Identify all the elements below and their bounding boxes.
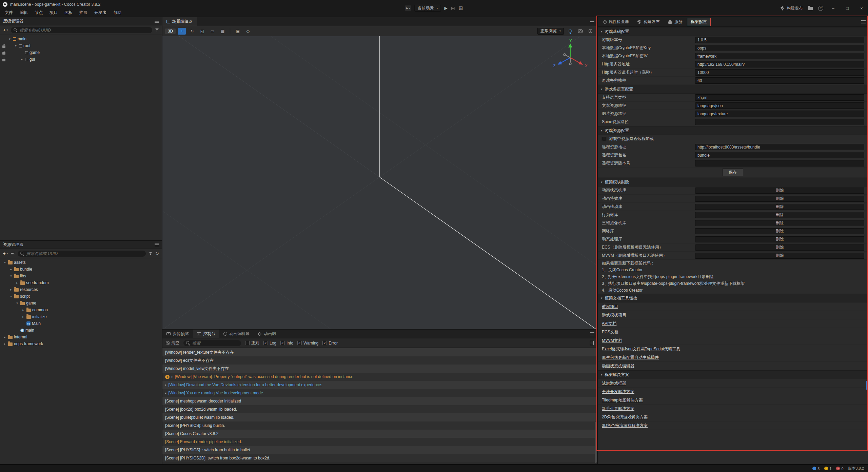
scene-settings-button[interactable]	[586, 28, 594, 35]
scene-camera-button[interactable]	[576, 28, 584, 35]
asset-node-row[interactable]: main	[0, 327, 162, 334]
hierarchy-search-input[interactable]	[20, 28, 150, 33]
tab-console[interactable]: 控制台	[193, 330, 219, 338]
section-header-modules[interactable]: ▾ 框架模块剔除	[598, 178, 868, 186]
filter-icon[interactable]	[149, 252, 153, 256]
move-tool-button[interactable]: +	[178, 28, 186, 35]
log-row[interactable]: ! [Scene] [bullet]:bullet wasm lib loade…	[162, 413, 597, 421]
hierarchy-node-row[interactable]: ▾ root	[0, 42, 162, 49]
tab-animation-graph[interactable]: 动画图	[254, 330, 280, 338]
field-input[interactable]	[695, 111, 864, 117]
export-log-icon[interactable]	[590, 341, 594, 345]
maximize-button[interactable]: □	[843, 6, 852, 11]
delete-module-button[interactable]: 删除	[695, 204, 864, 210]
asset-node-row[interactable]: ▾ game	[0, 300, 162, 307]
log-row[interactable]: ! [Window] ecs文件夹不存在	[162, 356, 597, 365]
asset-node-row[interactable]: ▸ initialize	[0, 313, 162, 320]
clear-console-button[interactable]: 清空	[166, 340, 179, 346]
lock-icon[interactable]	[2, 52, 5, 55]
tab-scene-editor[interactable]: 场景编辑器	[162, 17, 197, 26]
panel-menu-icon[interactable]	[590, 20, 594, 23]
delete-module-button[interactable]: 删除	[695, 228, 864, 234]
field-input[interactable]	[695, 119, 864, 125]
expand-arrow-icon[interactable]: ▸	[165, 383, 167, 387]
current-scene-select[interactable]: 当前场景 ▾	[414, 5, 441, 12]
field-input[interactable]	[695, 61, 864, 67]
create-node-button[interactable]: +▾	[3, 27, 8, 33]
expand-arrow-icon[interactable]: ▸	[9, 288, 13, 291]
delete-module-button[interactable]: 删除	[695, 212, 864, 218]
layout-button[interactable]: ⊞	[459, 5, 463, 11]
save-button[interactable]: 保存	[722, 169, 743, 176]
transform-tool-button[interactable]: ▦	[218, 28, 226, 35]
scene-light-button[interactable]	[566, 28, 574, 35]
log-row[interactable]: ! [Scene] [PHYSICS]: using builtin.	[162, 421, 597, 430]
delete-module-button[interactable]: 删除	[695, 196, 864, 202]
section-header-resource[interactable]: ▾ 游戏资源配置	[598, 126, 868, 135]
console-scrollbar[interactable]	[595, 422, 597, 463]
field-input[interactable]	[695, 37, 864, 43]
field-input[interactable]	[695, 69, 864, 76]
lock-icon[interactable]	[2, 45, 5, 48]
rotate-tool-button[interactable]: ↻	[188, 28, 196, 35]
play-button[interactable]: ▶	[444, 6, 447, 11]
log-row[interactable]: ! [Window] render_texture文件夹不存在	[162, 348, 597, 356]
expand-arrow-icon[interactable]: ▾	[14, 44, 18, 47]
log-filter-toggle[interactable]: ✓ Log	[263, 341, 276, 346]
orientation-gizmo[interactable]: Y X Z	[548, 39, 592, 76]
log-row[interactable]: ! [Scene] [box2d]:box2d wasm lib loaded.	[162, 405, 597, 413]
asset-node-row[interactable]: Main	[0, 320, 162, 327]
console-search-input[interactable]	[192, 341, 238, 346]
doc-link[interactable]: 教程项目	[602, 304, 618, 310]
expand-arrow-icon[interactable]: ▸	[20, 58, 24, 61]
error-count[interactable]: × 0	[836, 467, 843, 471]
log-row[interactable]: ! ▸ [Window] You are running Vue in deve…	[162, 389, 597, 397]
log-filter-toggle[interactable]: ✓ Warning	[297, 341, 318, 346]
solution-link[interactable]: 全栈开发解决方案	[602, 389, 634, 395]
pivot-toggle-button[interactable]: ▣	[234, 28, 242, 35]
panel-menu-icon[interactable]	[155, 20, 159, 23]
create-asset-button[interactable]: +▾	[3, 251, 8, 256]
assets-search-input[interactable]	[26, 251, 143, 256]
tab-property-inspector[interactable]: 属性检查器	[600, 18, 632, 26]
lock-icon[interactable]	[2, 59, 5, 61]
solution-link[interactable]: 3D角色扮演游戏解决方案	[602, 423, 648, 429]
tab-service[interactable]: 服务	[665, 18, 686, 26]
solution-link[interactable]: 新手引导解决方案	[602, 406, 634, 412]
expand-arrow-icon[interactable]: ▾	[9, 295, 13, 298]
asset-node-row[interactable]: ▸ common	[0, 307, 162, 313]
expand-arrow-icon[interactable]: ▸	[9, 268, 13, 271]
regex-checkbox[interactable]	[245, 341, 250, 345]
log-row[interactable]: ! [Scene] Forward render pipeline initia…	[162, 438, 597, 446]
log-row[interactable]: ! ▸ [Window] Download the Vue Devtools e…	[162, 381, 597, 389]
asset-node-row[interactable]: ▾ assets	[0, 259, 162, 266]
delete-module-button[interactable]: 删除	[695, 244, 864, 251]
log-row[interactable]: ! ▸ [Window] [Vue warn]: Property "onInp…	[162, 373, 597, 381]
expand-arrow-icon[interactable]: ▸	[3, 335, 7, 339]
log-row[interactable]: ! [Scene] Cocos Creator v3.8.2	[162, 430, 597, 438]
tab-framework-config[interactable]: 框架配置	[687, 18, 710, 26]
expand-arrow-icon[interactable]: ▸	[21, 315, 25, 318]
log-filter-toggle[interactable]: ✓ Info	[280, 341, 293, 346]
tab-build-publish[interactable]: 构建发布	[634, 18, 663, 26]
asset-node-row[interactable]: ▸ seedrandom	[0, 279, 162, 286]
rect-tool-button[interactable]: ▭	[208, 28, 216, 35]
log-row[interactable]: ! [Scene] [PHYSICS2D]: switch from box2d…	[162, 454, 597, 462]
panel-menu-icon[interactable]	[861, 20, 866, 23]
build-publish-button[interactable]: 构建发布	[780, 5, 803, 11]
asset-node-row[interactable]: ▸ oops-framework	[0, 340, 162, 347]
expand-arrow-icon[interactable]: ▸	[21, 308, 25, 312]
refresh-icon[interactable]: ↻	[155, 251, 159, 256]
log-filter-toggle[interactable]: ✓ Error	[322, 341, 338, 346]
delete-module-button[interactable]: 删除	[695, 253, 864, 259]
doc-link[interactable]: 原生包热更新配置自动生成插件	[602, 355, 659, 360]
mode-3d-button[interactable]: 3D	[165, 28, 176, 34]
doc-link[interactable]: ECS文档	[602, 329, 618, 335]
expand-arrow-icon[interactable]: ▸	[3, 342, 7, 346]
filter-checkbox[interactable]: ✓	[322, 341, 327, 345]
expand-arrow-icon[interactable]: ▸	[165, 391, 167, 395]
hierarchy-node-row[interactable]: game	[0, 49, 162, 56]
asset-node-row[interactable]: ▸ bundle	[0, 266, 162, 273]
menu-item[interactable]: 面板	[61, 9, 76, 17]
field-input[interactable]	[695, 102, 864, 109]
